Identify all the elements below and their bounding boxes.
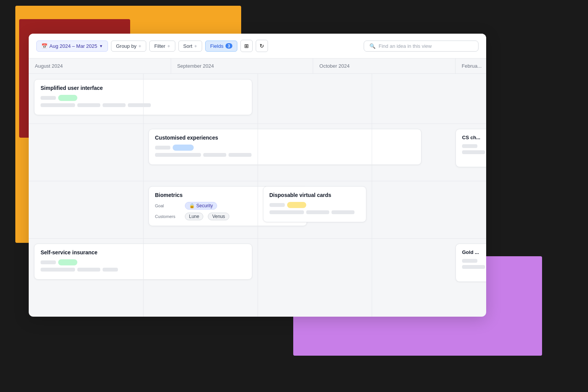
skeleton <box>41 103 75 107</box>
card-disposable-title: Disposable virtual cards <box>270 192 360 198</box>
card-customised[interactable]: Customised experiences <box>149 129 421 165</box>
goal-label: Goal <box>155 203 182 208</box>
month-february: Februa... <box>456 59 486 73</box>
skeleton <box>332 210 354 214</box>
group-by-button[interactable]: Group by + <box>111 41 146 52</box>
card-disposable-row1 <box>270 202 360 208</box>
security-text: Security <box>196 203 213 208</box>
skeleton <box>229 153 252 157</box>
skeleton <box>155 153 201 157</box>
skeleton <box>462 265 485 269</box>
card-gold-title: Gold ... <box>462 249 480 255</box>
customer-venus: Venus <box>208 213 229 220</box>
card-disposable-row2 <box>270 210 360 214</box>
table-view-button[interactable]: ⊞ <box>240 40 253 52</box>
skeleton <box>41 260 56 264</box>
plus-icon-sort: + <box>194 43 197 49</box>
fields-badge: 3 <box>225 43 232 49</box>
sort-button[interactable]: Sort + <box>178 41 202 52</box>
status-pill-green <box>58 259 77 265</box>
card-gold[interactable]: Gold ... <box>456 244 486 282</box>
card-cs-title: CS ch... <box>462 135 480 140</box>
plus-icon-filter: + <box>167 43 170 49</box>
customer-lune: Lune <box>185 213 204 220</box>
month-september: September 2024 <box>171 59 314 73</box>
sort-label: Sort <box>183 43 193 49</box>
skeleton <box>462 150 485 154</box>
date-range-button[interactable]: 📅 Aug 2024 – Mar 2025 ▼ <box>36 41 108 52</box>
skeleton <box>155 146 170 150</box>
skeleton <box>41 96 56 100</box>
lock-icon: 🔒 <box>189 203 195 208</box>
main-window: 📅 Aug 2024 – Mar 2025 ▼ Group by + Filte… <box>29 34 486 317</box>
group-by-label: Group by <box>116 43 136 49</box>
month-october: October 2024 <box>313 59 456 73</box>
status-pill <box>58 95 77 101</box>
skeleton <box>103 268 118 272</box>
skeleton <box>306 210 329 214</box>
filter-label: Filter <box>154 43 165 49</box>
skeleton <box>462 259 477 263</box>
fields-label: Fields <box>210 43 224 49</box>
sync-button[interactable]: ↻ <box>256 40 268 52</box>
skeleton <box>128 103 151 107</box>
skeleton <box>77 103 100 107</box>
filter-button[interactable]: Filter + <box>149 41 175 52</box>
search-placeholder: Find an idea in this view <box>379 43 432 49</box>
card-disposable[interactable]: Disposable virtual cards <box>263 186 367 222</box>
timeline-header: August 2024 September 2024 October 2024 … <box>29 59 486 74</box>
skeleton <box>462 144 477 148</box>
skeleton <box>270 203 285 207</box>
security-tag: 🔒 Security <box>185 202 217 210</box>
timeline-body: Simplified user interface Customised exp… <box>29 74 486 317</box>
skeleton <box>203 153 226 157</box>
skeleton <box>103 103 126 107</box>
card-cs-ch[interactable]: CS ch... <box>456 129 486 167</box>
card-customised-row2 <box>155 153 415 157</box>
skeleton <box>270 210 304 214</box>
fields-button[interactable]: Fields 3 <box>205 41 237 52</box>
card-customised-title: Customised experiences <box>155 135 415 141</box>
skeleton <box>41 268 75 272</box>
sync-icon: ↻ <box>260 43 264 49</box>
month-august: August 2024 <box>29 59 171 73</box>
toolbar: 📅 Aug 2024 – Mar 2025 ▼ Group by + Filte… <box>29 34 486 59</box>
skeleton <box>77 268 100 272</box>
date-range-label: Aug 2024 – Mar 2025 <box>49 43 97 49</box>
card-customised-row1 <box>155 145 415 151</box>
customers-label: Customers <box>155 214 182 219</box>
status-pill-yellow <box>287 202 306 208</box>
plus-icon: + <box>138 43 141 49</box>
chevron-down-icon: ▼ <box>99 44 103 48</box>
search-icon: 🔍 <box>369 43 376 49</box>
search-box[interactable]: 🔍 Find an idea in this view <box>364 41 479 52</box>
table-icon: ⊞ <box>244 43 249 49</box>
calendar-icon: 📅 <box>41 43 47 49</box>
status-pill-blue <box>173 145 194 151</box>
